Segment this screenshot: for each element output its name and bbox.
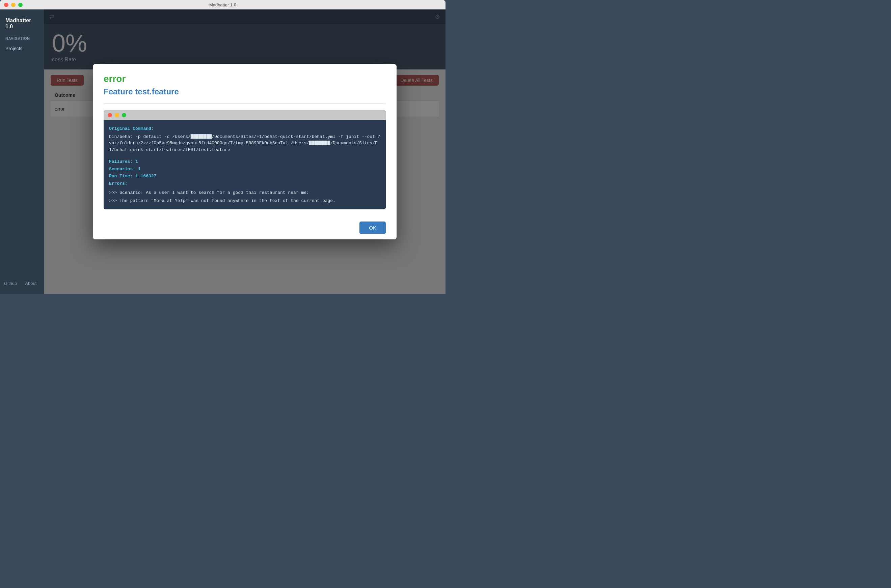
modal-overlay: error Feature test.feature Original Comm… [44, 9, 446, 294]
terminal-minimize-btn[interactable] [115, 113, 119, 117]
maximize-button[interactable] [18, 3, 23, 7]
sidebar-title: Madhatter 1.0 [0, 15, 44, 36]
terminal-command-label: Original Command: [109, 125, 380, 132]
terminal-scenarios: Scenarios: 1 [109, 166, 380, 172]
sidebar-item-projects[interactable]: Projects [0, 43, 44, 54]
terminal-maximize-btn[interactable] [122, 113, 126, 117]
modal-header: error Feature test.feature [93, 64, 397, 103]
github-link[interactable]: Github [0, 278, 21, 289]
terminal-error-detail: >>> The pattern "More at Yelp" was not f… [109, 198, 380, 204]
about-link[interactable]: About [21, 278, 41, 289]
terminal-title-bar [104, 110, 386, 120]
terminal-command: bin/behat -p default -c /Users/████████/… [109, 134, 380, 153]
terminal-errors-label: Errors: [109, 180, 380, 187]
terminal-failures: Failures: 1 [109, 159, 380, 165]
error-modal: error Feature test.feature Original Comm… [93, 64, 397, 239]
terminal-content: Original Command: bin/behat -p default -… [104, 120, 386, 209]
terminal-runtime: Run Time: 1.166327 [109, 173, 380, 180]
app-container: Madhatter 1.0 NAVIGATION Projects Github… [0, 9, 446, 294]
title-bar: Madhatter 1.0 [0, 0, 446, 9]
terminal: Original Command: bin/behat -p default -… [104, 110, 386, 209]
sidebar-nav-label: NAVIGATION [0, 36, 44, 43]
minimize-button[interactable] [11, 3, 15, 7]
main-content: ⇄ ⚙ 0% cess Rate Run Tests Delete All Te… [44, 9, 446, 294]
modal-footer: OK [93, 216, 397, 239]
sidebar-bottom: Github About [0, 278, 44, 289]
modal-feature-title: Feature test.feature [104, 87, 386, 96]
close-button[interactable] [4, 3, 8, 7]
ok-button[interactable]: OK [360, 222, 386, 234]
title-bar-buttons [4, 3, 23, 7]
modal-error-title: error [104, 74, 386, 84]
terminal-scenario: >>> Scenario: As a user I want to search… [109, 189, 380, 196]
terminal-close-btn[interactable] [108, 113, 112, 117]
sidebar: Madhatter 1.0 NAVIGATION Projects Github… [0, 9, 44, 294]
modal-body: Original Command: bin/behat -p default -… [93, 104, 397, 216]
window-title: Madhatter 1.0 [209, 2, 236, 8]
